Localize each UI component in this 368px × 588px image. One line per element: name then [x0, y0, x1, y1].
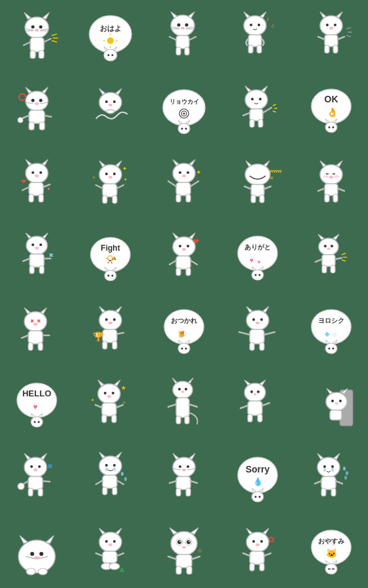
sticker-r6c2[interactable]: ★ ✦ ✧ — [74, 368, 147, 441]
svg-rect-367 — [112, 487, 117, 495]
svg-marker-149 — [173, 159, 179, 165]
sticker-r8c1[interactable] — [0, 514, 74, 588]
svg-marker-315 — [188, 378, 193, 383]
svg-marker-273 — [263, 306, 269, 312]
sticker-r2c5[interactable]: OK 👌 — [294, 74, 368, 147]
sticker-r8c5[interactable]: おやすみ 🐱 — [294, 514, 368, 588]
sticker-r7c1[interactable]: ✖ — [0, 441, 74, 514]
svg-point-394 — [323, 465, 326, 468]
svg-point-324 — [244, 383, 265, 402]
sticker-r1c3[interactable] — [147, 0, 221, 74]
sticker-r7c4[interactable]: Sorry 💧 — [221, 441, 294, 514]
sticker-r2c3[interactable]: リョウカイ — [147, 74, 221, 147]
svg-line-62 — [318, 37, 325, 39]
sticker-r4c5[interactable] — [294, 220, 368, 294]
sticker-r7c2[interactable] — [74, 441, 147, 514]
svg-point-222 — [254, 274, 256, 276]
sticker-r6c5[interactable] — [294, 368, 368, 441]
svg-line-165 — [264, 186, 271, 189]
svg-line-43 — [170, 37, 176, 40]
sticker-r5c1[interactable] — [0, 294, 74, 368]
sticker-r2c1[interactable] — [0, 74, 74, 147]
svg-point-208 — [182, 248, 186, 251]
svg-marker-123 — [42, 159, 48, 165]
svg-rect-261 — [103, 341, 107, 349]
sticker-r6c3[interactable] — [147, 368, 221, 441]
sticker-r8c4[interactable]: ✿ — [221, 514, 294, 588]
sticker-r2c2[interactable] — [74, 74, 147, 147]
sticker-r1c1[interactable] — [0, 0, 74, 74]
sticker-r1c2[interactable]: おはよ — [74, 0, 147, 74]
svg-rect-213 — [186, 268, 191, 276]
sticker-r3c4[interactable]: www w — [221, 147, 294, 220]
svg-point-329 — [253, 393, 256, 396]
svg-point-298 — [37, 421, 39, 423]
svg-marker-446 — [263, 528, 269, 534]
sticker-r3c2[interactable]: ✦ ✧ ✦ — [74, 147, 147, 220]
svg-point-317 — [185, 388, 187, 390]
sticker-r4c3[interactable]: ❤ — [147, 220, 221, 294]
sticker-r5c5[interactable]: ヨロシク ◆ ◇ — [294, 294, 368, 368]
svg-point-245 — [34, 323, 37, 326]
svg-rect-77 — [29, 110, 45, 123]
svg-marker-393 — [334, 453, 340, 459]
svg-rect-441 — [176, 566, 181, 574]
svg-text:✦: ✦ — [91, 398, 95, 402]
svg-point-274 — [252, 318, 255, 321]
svg-point-228 — [331, 245, 333, 247]
svg-point-94 — [183, 112, 185, 114]
svg-rect-193 — [39, 266, 44, 274]
svg-rect-454 — [260, 563, 264, 571]
svg-point-375 — [182, 469, 186, 471]
svg-text:🐱: 🐱 — [326, 548, 338, 559]
svg-point-373 — [179, 465, 181, 468]
svg-line-278 — [239, 332, 250, 335]
svg-line-260 — [117, 333, 124, 334]
svg-line-179 — [318, 188, 325, 191]
sticker-r4c2[interactable]: Fight 📯 — [74, 220, 147, 294]
svg-point-433 — [177, 540, 181, 544]
svg-point-4 — [39, 25, 42, 28]
sticker-r8c3[interactable]: ☆ — [147, 514, 221, 588]
svg-line-210 — [170, 261, 176, 264]
svg-point-203 — [173, 237, 195, 257]
svg-point-229 — [327, 247, 330, 250]
sticker-r1c5[interactable] — [294, 0, 368, 74]
svg-point-362 — [113, 467, 116, 471]
svg-text:📯: 📯 — [105, 254, 117, 265]
sticker-r1c4[interactable]: ♪ ♫ — [221, 0, 294, 74]
sticker-r3c3[interactable]: ✦ — [147, 147, 221, 220]
sticker-r2c4[interactable] — [221, 74, 294, 147]
svg-marker-185 — [43, 233, 48, 238]
sticker-r8c2[interactable]: ☘ — [74, 514, 147, 588]
sticker-r5c3[interactable]: おつかれ 🍺 — [147, 294, 221, 368]
svg-rect-257 — [103, 329, 117, 343]
sticker-r7c5[interactable] — [294, 441, 368, 514]
svg-marker-337 — [327, 388, 333, 394]
sticker-r5c4[interactable] — [221, 294, 294, 368]
svg-point-25 — [104, 49, 117, 61]
svg-point-410 — [39, 552, 43, 556]
sticker-r6c4[interactable] — [221, 368, 294, 441]
svg-text:♥: ♥ — [33, 402, 37, 411]
svg-point-175 — [329, 176, 333, 178]
svg-point-416 — [99, 532, 122, 552]
svg-marker-204 — [173, 233, 179, 239]
sticker-r5c2[interactable]: 🏆 — [74, 294, 147, 368]
sticker-grid: おはよ — [0, 0, 368, 588]
sticker-r3c1[interactable]: ❤ ♥ — [0, 147, 74, 220]
svg-line-400 — [336, 481, 342, 484]
sticker-r3c5[interactable] — [294, 147, 368, 220]
svg-rect-398 — [321, 476, 336, 490]
svg-marker-135 — [99, 161, 105, 167]
svg-text:♫: ♫ — [271, 23, 275, 29]
svg-point-420 — [113, 540, 116, 543]
sticker-r4c1[interactable]: ✖ — [0, 220, 74, 294]
sticker-r4c4[interactable]: ありがと ♥ ♥ — [221, 220, 294, 294]
svg-rect-182 — [333, 194, 338, 202]
sticker-r7c3[interactable] — [147, 441, 221, 514]
svg-rect-12 — [39, 51, 44, 58]
sticker-r6c1[interactable]: HELLO ♥ — [0, 368, 74, 441]
svg-point-134 — [99, 165, 122, 184]
svg-line-237 — [342, 260, 346, 261]
